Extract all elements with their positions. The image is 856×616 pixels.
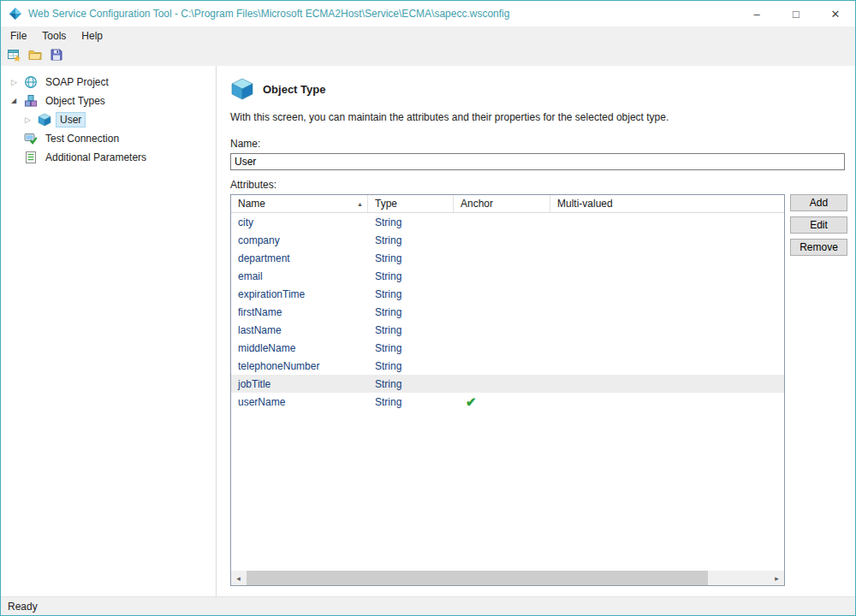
attr-type-cell: String bbox=[368, 339, 454, 357]
column-header-multivalued[interactable]: Multi-valued bbox=[550, 195, 784, 212]
attr-multivalued-cell bbox=[550, 231, 784, 249]
content-panel: Object Type With this screen, you can ma… bbox=[217, 66, 855, 596]
attr-name-cell: middleName bbox=[231, 339, 368, 357]
attr-anchor-cell bbox=[454, 357, 550, 375]
toolbar bbox=[1, 45, 855, 66]
table-row[interactable]: expirationTimeString bbox=[231, 285, 784, 303]
remove-button[interactable]: Remove bbox=[790, 239, 847, 256]
table-row[interactable]: firstNameString bbox=[231, 303, 784, 321]
attributes-label: Attributes: bbox=[230, 179, 845, 191]
attributes-area: Name ▲ Type Anchor Multi-valued bbox=[230, 194, 845, 586]
save-icon bbox=[50, 48, 63, 64]
menu-help[interactable]: Help bbox=[74, 27, 110, 44]
new-config-button[interactable] bbox=[4, 46, 23, 65]
test-connection-icon bbox=[24, 132, 38, 145]
attr-anchor-cell: ✔ bbox=[454, 393, 550, 411]
table-row[interactable]: lastNameString bbox=[231, 321, 784, 339]
attr-type-cell: String bbox=[368, 393, 454, 411]
object-type-cube-icon bbox=[38, 113, 51, 127]
page-description: With this screen, you can maintain the a… bbox=[230, 111, 845, 123]
title-bar: Web Service Configuration Tool - C:\Prog… bbox=[1, 1, 855, 27]
attr-multivalued-cell bbox=[550, 285, 784, 303]
tree-item-label: SOAP Project bbox=[42, 74, 112, 90]
chevron-right-icon[interactable]: ▷ bbox=[11, 73, 24, 92]
maximize-button[interactable]: □ bbox=[776, 1, 816, 27]
app-window: Web Service Configuration Tool - C:\Prog… bbox=[0, 0, 856, 616]
attr-name-cell: email bbox=[231, 267, 368, 285]
tree-item-soap-project[interactable]: ▷ SOAP Project bbox=[1, 73, 216, 92]
table-row[interactable]: middleNameString bbox=[231, 339, 784, 357]
close-button[interactable]: ✕ bbox=[816, 1, 855, 27]
table-row[interactable]: telephoneNumberString bbox=[231, 357, 784, 375]
attr-multivalued-cell bbox=[550, 303, 784, 321]
page-title: Object Type bbox=[263, 83, 325, 96]
status-bar: Ready bbox=[1, 596, 855, 615]
column-header-name[interactable]: Name ▲ bbox=[231, 195, 368, 212]
tree-item-object-types[interactable]: ◢ Object Types bbox=[1, 92, 216, 110]
column-header-anchor[interactable]: Anchor bbox=[454, 195, 550, 212]
attr-type-cell: String bbox=[368, 249, 454, 267]
attr-multivalued-cell bbox=[550, 213, 784, 231]
attr-name-cell: jobTitle bbox=[231, 375, 368, 393]
table-row[interactable]: emailString bbox=[231, 267, 784, 285]
minimize-button[interactable]: – bbox=[737, 1, 776, 27]
chevron-expanded-icon[interactable]: ◢ bbox=[11, 92, 24, 110]
open-button[interactable] bbox=[26, 46, 45, 65]
chevron-right-icon[interactable]: ▷ bbox=[25, 110, 38, 129]
new-config-icon bbox=[7, 48, 21, 64]
table-row[interactable]: companyString bbox=[231, 231, 784, 249]
attr-name-cell: city bbox=[231, 213, 368, 231]
menu-tools[interactable]: Tools bbox=[34, 27, 74, 44]
attr-name-cell: firstName bbox=[231, 303, 368, 321]
menu-file[interactable]: File bbox=[3, 27, 34, 44]
app-icon bbox=[9, 7, 22, 21]
attr-name-cell: userName bbox=[231, 393, 368, 411]
attributes-table-body: cityStringcompanyStringdepartmentStringe… bbox=[231, 213, 784, 585]
save-button[interactable] bbox=[47, 46, 66, 65]
object-type-cube-icon bbox=[230, 77, 254, 101]
attr-anchor-cell bbox=[454, 339, 550, 357]
sort-asc-icon: ▲ bbox=[357, 201, 363, 207]
attr-multivalued-cell bbox=[550, 393, 784, 411]
attr-multivalued-cell bbox=[550, 375, 784, 393]
attr-type-cell: String bbox=[368, 303, 454, 321]
table-row[interactable]: departmentString bbox=[231, 249, 784, 267]
tree-item-additional-parameters[interactable]: Additional Parameters bbox=[1, 148, 216, 167]
table-row[interactable]: userNameString✔ bbox=[231, 393, 784, 411]
tree-item-user[interactable]: ▷ User bbox=[1, 110, 216, 129]
menu-bar: File Tools Help bbox=[1, 27, 855, 45]
object-types-icon bbox=[24, 94, 38, 108]
attr-name-cell: telephoneNumber bbox=[231, 357, 368, 375]
attr-anchor-cell bbox=[454, 231, 550, 249]
additional-parameters-icon bbox=[24, 151, 38, 164]
attr-type-cell: String bbox=[368, 285, 454, 303]
horizontal-scrollbar[interactable]: ◂ ▸ bbox=[231, 571, 784, 585]
name-input[interactable] bbox=[230, 153, 845, 170]
add-button[interactable]: Add bbox=[790, 194, 847, 211]
scrollbar-track[interactable] bbox=[246, 571, 770, 585]
attr-multivalued-cell bbox=[550, 339, 784, 357]
attr-anchor-cell bbox=[454, 285, 550, 303]
tree-item-label: Additional Parameters bbox=[42, 150, 150, 165]
open-folder-icon bbox=[28, 48, 42, 64]
attributes-table: Name ▲ Type Anchor Multi-valued bbox=[230, 194, 785, 586]
attr-name-cell: lastName bbox=[231, 321, 368, 339]
scrollbar-thumb[interactable] bbox=[247, 571, 708, 585]
column-header-type[interactable]: Type bbox=[368, 195, 454, 212]
table-row[interactable]: jobTitleString bbox=[231, 375, 784, 393]
tree-item-label: Object Types bbox=[42, 93, 109, 109]
scroll-right-icon[interactable]: ▸ bbox=[770, 571, 784, 585]
attr-multivalued-cell bbox=[550, 357, 784, 375]
table-row[interactable]: cityString bbox=[231, 213, 784, 231]
attr-type-cell: String bbox=[368, 267, 454, 285]
attr-anchor-cell bbox=[454, 303, 550, 321]
edit-button[interactable]: Edit bbox=[790, 216, 847, 234]
table-actions: Add Edit Remove bbox=[790, 194, 847, 586]
tree-item-test-connection[interactable]: Test Connection bbox=[1, 129, 216, 148]
tree-item-label: User bbox=[56, 112, 86, 127]
attr-type-cell: String bbox=[368, 357, 454, 375]
attr-anchor-cell bbox=[454, 213, 550, 231]
scroll-left-icon[interactable]: ◂ bbox=[231, 571, 246, 585]
attr-type-cell: String bbox=[368, 321, 454, 339]
attributes-table-header: Name ▲ Type Anchor Multi-valued bbox=[231, 195, 784, 213]
